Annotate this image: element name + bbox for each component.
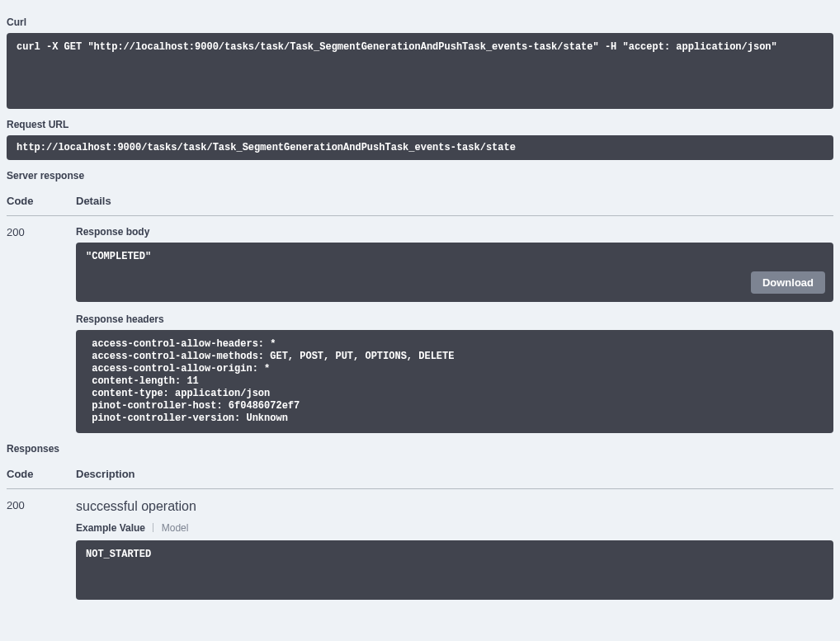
server-response-header-row: Code Details (7, 186, 833, 216)
response-description: successful operation (76, 499, 833, 514)
model-tab[interactable]: Model (162, 522, 189, 534)
code-header-2: Code (7, 468, 76, 480)
code-header: Code (7, 195, 76, 207)
response-headers-label: Response headers (76, 313, 833, 325)
response-body-label: Response body (76, 226, 833, 238)
request-url-block[interactable]: http://localhost:9000/tasks/task/Task_Se… (7, 135, 833, 160)
example-value-tab[interactable]: Example Value (76, 522, 145, 534)
responses-header-row: Code Description (7, 460, 833, 489)
description-header: Description (76, 468, 833, 480)
responses-row: 200 successful operation Example Value M… (7, 489, 833, 600)
example-value-block[interactable]: NOT_STARTED (76, 540, 833, 600)
response-headers-block[interactable]: access-control-allow-headers: * access-c… (76, 330, 833, 433)
responses-table: Code Description 200 successful operatio… (7, 460, 833, 600)
server-response-label: Server response (7, 170, 833, 181)
responses-label: Responses (7, 443, 833, 455)
curl-command-block[interactable]: curl -X GET "http://localhost:9000/tasks… (7, 33, 833, 109)
tab-divider (153, 523, 153, 532)
response-body-block[interactable]: "COMPLETED" Download (76, 243, 833, 302)
example-model-toggle: Example Value Model (76, 522, 833, 534)
server-response-row: 200 Response body "COMPLETED" Download R… (7, 216, 833, 433)
request-url-label: Request URL (7, 119, 833, 130)
responses-status-code: 200 (7, 499, 76, 600)
response-body-text: "COMPLETED" (86, 251, 151, 262)
curl-label: Curl (7, 16, 833, 28)
details-header: Details (76, 195, 833, 207)
download-button[interactable]: Download (751, 271, 825, 294)
server-response-table: Code Details 200 Response body "COMPLETE… (7, 186, 833, 433)
example-value-text: NOT_STARTED (86, 549, 151, 560)
response-status-code: 200 (7, 226, 76, 433)
